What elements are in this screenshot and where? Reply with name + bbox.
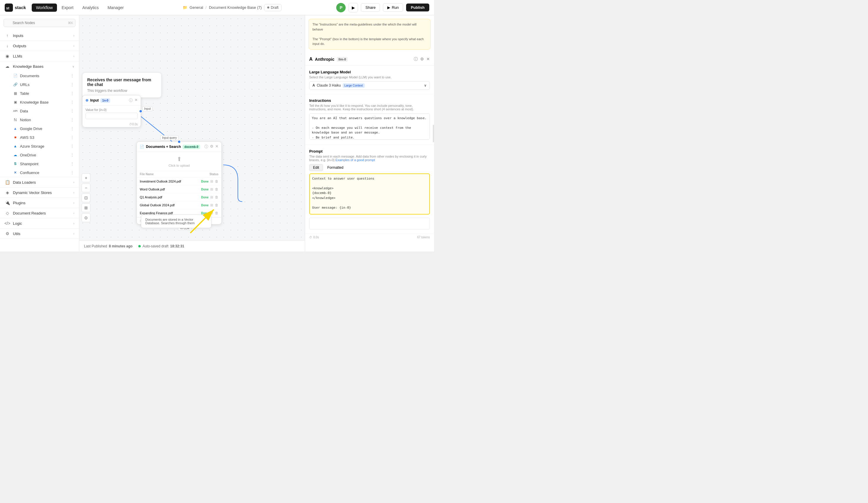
view-icon[interactable]: ⊞ — [210, 187, 213, 191]
plugins-icon: 🔌 — [5, 200, 10, 206]
sidebar-item-urls[interactable]: 🔗 URLs ⋮ — [0, 80, 79, 89]
logo-text: stack — [15, 5, 26, 10]
sidebar-item-document-readers[interactable]: ◇ Document Readers › — [0, 208, 79, 218]
dots-menu-icon[interactable]: ⋮ — [70, 117, 74, 122]
docs-tooltip: Documents are stored in a Vector Databas… — [141, 214, 211, 228]
dots-menu-icon[interactable]: ⋮ — [70, 144, 74, 148]
table-row: Investment Outlook 2024.pdf Done ⊞ 🗑 — [137, 178, 221, 186]
nav-tab-analytics[interactable]: Analytics — [78, 3, 103, 12]
cursor-tool-button[interactable]: ▶ — [349, 3, 358, 12]
sidebar-item-label: Inputs — [13, 33, 23, 38]
status-badge: Done — [201, 212, 208, 215]
chevron-right-icon: › — [73, 212, 74, 215]
delete-icon[interactable]: 🗑 — [215, 187, 218, 191]
model-select[interactable]: A Claude 3 Haiku Large Context ∨ — [309, 81, 430, 90]
sidebar-item-utils[interactable]: ⚙ Utils › — [0, 229, 79, 239]
gear-icon[interactable]: ⚙ — [420, 57, 424, 62]
sidebar-item-knowledge-base[interactable]: ▣ Knowledge Base ⋮ — [0, 98, 79, 106]
dots-menu-icon[interactable]: ⋮ — [70, 170, 74, 175]
nav-tab-manager[interactable]: Manager — [103, 3, 128, 12]
info-icon[interactable]: ⓘ — [204, 144, 208, 149]
publish-button[interactable]: Publish — [406, 3, 429, 11]
settings-tool[interactable]: ⊙ — [82, 213, 91, 222]
hint-line1: The "Instructions" are the meta-guidelin… — [312, 22, 427, 32]
delete-icon[interactable]: 🗑 — [215, 195, 218, 199]
sidebar-item-google-drive[interactable]: ▲ Google Drive ⋮ — [0, 124, 79, 133]
add-tool[interactable]: + — [82, 174, 91, 182]
dots-menu-icon[interactable]: ⋮ — [70, 153, 74, 157]
model-a-icon: A — [312, 83, 315, 87]
kb-sub-menu: 📄 Documents ⋮ 🔗 URLs ⋮ ▦ Table — [0, 71, 79, 177]
dots-menu-icon[interactable]: ⋮ — [70, 73, 74, 78]
sidebar-item-sharepoint[interactable]: S Sharepoint ⋮ — [0, 159, 79, 168]
dots-menu-icon[interactable]: ⋮ — [70, 100, 74, 104]
tab-edit[interactable]: Edit — [309, 164, 323, 171]
input-value-field[interactable] — [85, 113, 138, 119]
sidebar-item-confluence[interactable]: ✕ Confluence ⋮ — [0, 168, 79, 177]
breadcrumb-folder[interactable]: General — [190, 5, 203, 10]
dots-menu-icon[interactable]: ⋮ — [70, 108, 74, 113]
view-icon[interactable]: ⊞ — [210, 195, 213, 199]
dots-menu-icon[interactable]: ⋮ — [70, 82, 74, 87]
info-icon[interactable]: ⓘ — [129, 98, 133, 103]
docs-upload-area[interactable]: ⬆ Click to upload — [137, 152, 221, 171]
sidebar-item-label: Document Readers — [13, 211, 46, 216]
sidebar-item-table[interactable]: ▦ Table ⋮ — [0, 89, 79, 98]
gear-icon[interactable]: ⚙ — [210, 144, 214, 149]
sidebar-item-knowledge-bases[interactable]: ☁ Knowledge Bases ∨ — [0, 61, 79, 71]
col-status: Status — [209, 172, 218, 176]
prompt-textarea[interactable]: Context to answer user questions <knowle… — [309, 174, 430, 214]
logic-icon: </> — [5, 221, 10, 226]
dots-menu-icon[interactable]: ⋮ — [70, 126, 74, 131]
sidebar-item-azure-storage[interactable]: ▲ Azure Storage ⋮ — [0, 142, 79, 150]
nav-tab-workflow[interactable]: Workflow — [32, 3, 57, 12]
sidebar-item-aws-s3[interactable]: ■ AWS S3 ⋮ — [0, 133, 79, 142]
sidebar-item-data[interactable]: API Data ⋮ — [0, 106, 79, 115]
close-icon[interactable]: ✕ — [426, 57, 430, 62]
info-icon[interactable]: ⓘ — [414, 57, 418, 62]
sidebar-item-notion[interactable]: N Notion ⋮ — [0, 115, 79, 124]
table-icon: ▦ — [13, 91, 18, 96]
tab-formatted[interactable]: Formatted — [323, 164, 348, 171]
sub-item-label: Table — [20, 91, 29, 96]
search-wrap: 🔍 ⌘K — [3, 19, 75, 27]
nav-tab-export[interactable]: Export — [58, 3, 78, 12]
prompt-bottom-input[interactable] — [309, 218, 430, 230]
sidebar-item-inputs[interactable]: ↑ Inputs › — [0, 31, 79, 41]
run-button[interactable]: ▶ Run — [383, 3, 403, 12]
sidebar-item-data-loaders[interactable]: 📋 Data Loaders › — [0, 177, 79, 187]
view-icon[interactable]: ⊞ — [210, 211, 213, 215]
delete-icon[interactable]: 🗑 — [215, 179, 218, 184]
sub-item-label: Azure Storage — [20, 144, 44, 148]
prompt-link[interactable]: Examples of a good prompt — [335, 158, 375, 162]
remove-tool[interactable]: − — [82, 184, 91, 192]
sidebar-item-logic[interactable]: </> Logic › — [0, 218, 79, 228]
sub-item-label: AWS S3 — [20, 135, 34, 140]
sidebar-item-outputs[interactable]: ↓ Outputs › — [0, 41, 79, 51]
sidebar-item-dynamic-vector-stores[interactable]: ◈ Dynamic Vector Stores › — [0, 188, 79, 198]
sidebar-item-documents[interactable]: 📄 Documents ⋮ — [0, 71, 79, 80]
sidebar-item-llms[interactable]: ◉ LLMs › — [0, 51, 79, 61]
view-icon[interactable]: ⊞ — [210, 179, 213, 184]
canvas-area[interactable]: Receives the user message from the chat … — [79, 15, 305, 251]
clock-icon: ⏱ — [129, 123, 132, 126]
trigger-title: Receives the user message from the chat — [87, 77, 156, 87]
grid-tool[interactable]: ⊞ — [82, 203, 91, 212]
sidebar-item-plugins[interactable]: 🔌 Plugins › — [0, 198, 79, 208]
sidebar-item-onedrive[interactable]: ☁ OneDrive ⋮ — [0, 150, 79, 159]
instructions-textarea[interactable]: You are an AI that answers questions ove… — [309, 113, 430, 140]
delete-icon[interactable]: 🗑 — [215, 203, 218, 207]
close-icon[interactable]: ✕ — [215, 144, 218, 149]
fit-tool[interactable]: ⊡ — [82, 193, 91, 202]
delete-icon[interactable]: 🗑 — [215, 211, 218, 215]
breadcrumb-doc[interactable]: Document Knowledge Base (7) — [209, 5, 262, 10]
search-input[interactable] — [3, 19, 75, 27]
run-icon: ▶ — [387, 5, 390, 10]
share-button[interactable]: Share — [361, 3, 380, 12]
dots-menu-icon[interactable]: ⋮ — [70, 161, 74, 166]
draft-badge[interactable]: Draft — [264, 4, 282, 11]
close-icon[interactable]: ✕ — [134, 98, 138, 103]
view-icon[interactable]: ⊞ — [210, 203, 213, 207]
dots-menu-icon[interactable]: ⋮ — [70, 135, 74, 140]
dots-menu-icon[interactable]: ⋮ — [70, 91, 74, 96]
